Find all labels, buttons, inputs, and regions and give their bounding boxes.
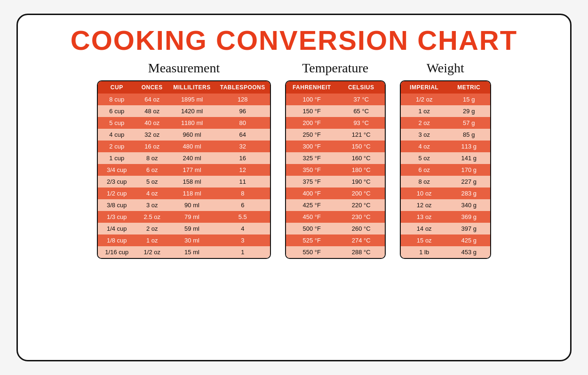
table-cell: 180 °C (338, 164, 385, 176)
table-row: 1 oz29 g (401, 105, 490, 117)
table-cell: 1420 ml (168, 105, 215, 117)
table-cell: 230 °C (338, 211, 385, 223)
table-cell: 6 oz (135, 164, 168, 176)
table-row: 14 oz397 g (401, 223, 490, 234)
table-cell: 6 oz (401, 164, 448, 176)
header-cell: CUP (98, 81, 135, 94)
table-cell: 6 cup (98, 105, 135, 117)
table-cell: 4 (215, 223, 270, 234)
table-cell: 1/2 cup (98, 188, 135, 199)
table-cell: 16 oz (135, 141, 168, 152)
table-cell: 1/16 cup (98, 246, 135, 258)
table-cell: 90 ml (168, 199, 215, 211)
table-cell: 274 °C (338, 234, 385, 246)
table-cell: 1/2 oz (401, 94, 448, 105)
table-cell: 1180 ml (168, 117, 215, 129)
table-cell: 1 lb (401, 246, 448, 258)
header-cell: IMPERIAL (401, 81, 448, 94)
table-cell: 190 °C (338, 176, 385, 188)
table-row: 10 oz283 g (401, 188, 490, 199)
table-row: 3 oz85 g (401, 129, 490, 141)
table-cell: 128 (215, 94, 270, 105)
table-cell: 2 oz (135, 223, 168, 234)
table-cell: 1 oz (135, 234, 168, 246)
table-cell: 59 ml (168, 223, 215, 234)
table-cell: 400 °F (286, 188, 338, 199)
table-row: 450 °F230 °C (286, 211, 385, 223)
table-cell: 200 °F (286, 117, 338, 129)
table-cell: 85 g (448, 129, 490, 141)
table-row: 1/2 oz15 g (401, 94, 490, 105)
measurement-table-container: CUPONCESMILLILITERSTABLESPOONS8 cup64 oz… (97, 80, 270, 259)
table-cell: 12 oz (401, 199, 448, 211)
table-row: 100 °F37 °C (286, 94, 385, 105)
table-row: 300 °F150 °C (286, 141, 385, 152)
table-cell: 3 oz (401, 129, 448, 141)
table-cell: 2.5 oz (135, 211, 168, 223)
table-cell: 325 °F (286, 152, 338, 164)
weight-section: Weight IMPERIALMETRIC1/2 oz15 g1 oz29 g2… (400, 61, 491, 259)
table-cell: 960 ml (168, 129, 215, 141)
table-cell: 369 g (448, 211, 490, 223)
table-cell: 15 ml (168, 246, 215, 258)
table-cell: 260 °C (338, 223, 385, 234)
table-row: 550 °F288 °C (286, 246, 385, 258)
table-cell: 5.5 (215, 211, 270, 223)
header-cell: FAHRENHEIT (286, 81, 338, 94)
table-row: 1/4 cup2 oz59 ml4 (98, 223, 270, 234)
table-row: 1/8 cup1 oz30 ml3 (98, 234, 270, 246)
sections-container: Measurement CUPONCESMILLILITERSTABLESPOO… (32, 61, 556, 351)
header-cell: ONCES (135, 81, 168, 94)
table-header-row: CUPONCESMILLILITERSTABLESPOONS (98, 81, 270, 94)
table-cell: 5 oz (401, 152, 448, 164)
table-row: 325 °F160 °C (286, 152, 385, 164)
table-cell: 11 (215, 176, 270, 188)
table-cell: 32 oz (135, 129, 168, 141)
table-cell: 3/4 cup (98, 164, 135, 176)
table-cell: 1 cup (98, 152, 135, 164)
table-cell: 250 °F (286, 129, 338, 141)
table-cell: 3 (215, 234, 270, 246)
table-cell: 350 °F (286, 164, 338, 176)
table-cell: 40 oz (135, 117, 168, 129)
table-row: 4 oz113 g (401, 141, 490, 152)
table-cell: 30 ml (168, 234, 215, 246)
table-cell: 118 ml (168, 188, 215, 199)
table-cell: 150 °F (286, 105, 338, 117)
table-row: 1/16 cup1/2 oz15 ml1 (98, 246, 270, 258)
table-cell: 16 (215, 152, 270, 164)
table-row: 13 oz369 g (401, 211, 490, 223)
table-row: 15 oz425 g (401, 234, 490, 246)
table-cell: 48 oz (135, 105, 168, 117)
table-cell: 160 °C (338, 152, 385, 164)
table-cell: 288 °C (338, 246, 385, 258)
table-cell: 29 g (448, 105, 490, 117)
table-cell: 8 (215, 188, 270, 199)
table-cell: 100 °F (286, 94, 338, 105)
table-cell: 37 °C (338, 94, 385, 105)
table-row: 1 cup8 oz240 ml16 (98, 152, 270, 164)
table-cell: 32 (215, 141, 270, 152)
table-cell: 4 cup (98, 129, 135, 141)
table-cell: 450 °F (286, 211, 338, 223)
table-cell: 8 cup (98, 94, 135, 105)
page-title: COOKING CONVERSION CHART (71, 24, 517, 56)
header-cell: TABLESPOONS (215, 81, 270, 94)
table-row: 4 cup32 oz960 ml64 (98, 129, 270, 141)
table-cell: 15 oz (401, 234, 448, 246)
table-cell: 113 g (448, 141, 490, 152)
table-row: 500 °F260 °C (286, 223, 385, 234)
table-row: 2 cup16 oz480 ml32 (98, 141, 270, 152)
table-cell: 170 g (448, 164, 490, 176)
table-row: 1 lb453 g (401, 246, 490, 258)
table-cell: 397 g (448, 223, 490, 234)
main-card: COOKING CONVERSION CHART Measurement CUP… (16, 14, 572, 361)
table-cell: 14 oz (401, 223, 448, 234)
table-row: 3/8 cup3 oz90 ml6 (98, 199, 270, 211)
table-cell: 141 g (448, 152, 490, 164)
header-cell: MILLILITERS (168, 81, 215, 94)
table-cell: 5 cup (98, 117, 135, 129)
table-row: 2/3 cup5 oz158 ml11 (98, 176, 270, 188)
table-cell: 93 °C (338, 117, 385, 129)
table-cell: 177 ml (168, 164, 215, 176)
